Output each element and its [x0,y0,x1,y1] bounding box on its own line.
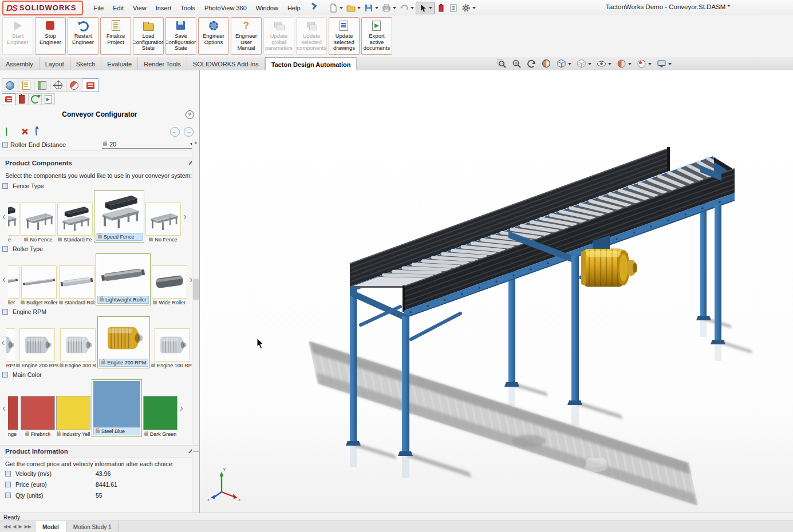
option-lightweight-roller-selected[interactable]: Lightweight Roller [96,253,151,305]
menu-edit[interactable]: Edit [108,2,128,14]
menu-tools[interactable]: Tools [176,2,200,14]
options-button[interactable] [460,2,478,14]
new-document-button[interactable] [327,2,345,14]
option-no-fence-2[interactable]: No Fence [145,203,181,243]
option-roller-partial[interactable]: ller [8,265,19,305]
stop-engineer-button[interactable]: Stop Engineer [35,17,66,55]
tab-motion-study-1[interactable]: Motion Study 1 [66,521,119,532]
product-information-header[interactable]: Product Information [0,445,199,458]
roller-end-distance-dropdown[interactable]: 20 [102,141,195,149]
option-steel-blue-selected[interactable]: Steel Blue [92,379,142,437]
tab-tacton-design-automation[interactable]: Tacton Design Automation [265,57,357,70]
option-engine-partial[interactable]: RPM [6,328,15,368]
tab-render-tools[interactable]: Render Tools [138,57,187,70]
graphics-area[interactable]: y x z [200,70,793,513]
3d-conveyor-model[interactable]: y x z [200,70,793,513]
zoom-to-area-button[interactable] [511,58,523,69]
scrollbar-thumb[interactable] [193,279,199,300]
export-active-documents-button[interactable]: Export active documents [361,17,392,55]
option-wide-roller[interactable]: Wide Roller [152,265,187,305]
tab-assembly[interactable]: Assembly [0,57,40,70]
option-dark-green[interactable]: Dark Green [143,396,177,437]
tacton-export-tab[interactable] [42,93,55,105]
restart-engineer-button[interactable]: Restart Engineer [68,17,98,55]
tab-solidworks-add-ins[interactable]: SOLIDWORKS Add-Ins [187,57,265,70]
carousel-left-arrow[interactable]: ‹ [1,336,6,348]
tab-scroll-next[interactable]: ▶ [18,524,22,529]
menu-window[interactable]: Window [251,2,283,14]
option-budget-roller[interactable]: Budget Roller [21,265,58,305]
view-orientation-button[interactable] [555,58,573,69]
undo-button[interactable] [398,2,416,14]
select-tool-button[interactable] [416,2,435,14]
forward-button[interactable]: → [184,127,194,137]
tacton-configurator-tab[interactable] [2,93,15,105]
engineer-user-manual-button[interactable]: ? Engineer User Manual [231,17,262,55]
featuremanager-tab[interactable] [2,78,18,92]
carousel-left-arrow[interactable]: ‹ [1,211,7,223]
back-button[interactable]: ← [170,127,180,137]
propertymanager-tab[interactable] [18,78,34,92]
configurationmanager-tab[interactable] [34,78,50,92]
option-engine-200[interactable]: Engine 200 RPM [16,328,58,368]
print-button[interactable] [380,2,398,14]
carousel-left-arrow[interactable]: ‹ [1,273,7,285]
menu-help[interactable]: Help [283,2,305,14]
help-icon[interactable]: ? [186,110,194,119]
previous-view-button[interactable] [526,58,538,69]
menu-photoview[interactable]: PhotoView 360 [200,2,251,14]
section-view-button[interactable] [540,58,553,69]
menu-file[interactable]: File [89,2,108,14]
menu-view[interactable]: View [128,2,151,14]
undo-button-panel[interactable] [35,128,44,136]
edit-appearance-button[interactable] [616,58,633,69]
display-style-button[interactable] [575,58,593,69]
menu-insert[interactable]: Insert [151,2,176,14]
tacton-manager-tab[interactable] [82,78,98,92]
option-standard-roller[interactable]: Standard Rol [59,265,95,305]
option-no-fence[interactable]: No Fence [21,203,56,243]
scroll-up-arrow[interactable]: ▲ [192,139,199,146]
dimxpertmanager-tab[interactable] [50,78,66,92]
battery-status-button[interactable] [435,2,447,14]
load-configuration-state-button[interactable]: Load Configuration State [133,17,164,55]
tacton-battery-tab[interactable] [15,93,29,105]
finalize-project-button[interactable]: Finalize Project [100,17,131,55]
hide-show-items-button[interactable] [595,58,613,69]
option-firebrick[interactable]: Firebrick [21,396,55,437]
cancel-button[interactable] [21,128,29,136]
tab-scroll-last[interactable]: ▶▶ [24,524,32,529]
tab-sketch[interactable]: Sketch [70,57,102,70]
option-engine-700-selected[interactable]: Engine 700 RPM [97,316,150,368]
apply-scene-button[interactable] [636,58,653,69]
option-industry-yellow[interactable]: Industry Yell [56,396,90,437]
update-selected-drawings-button[interactable]: Update selected drawings [329,17,360,55]
tab-layout[interactable]: Layout [40,57,70,70]
carousel-left-arrow[interactable]: ‹ [1,402,7,414]
zoom-to-fit-button[interactable] [496,58,508,69]
tab-model[interactable]: Model [35,521,66,532]
panel-scrollbar[interactable]: ▲ [192,139,199,513]
view-settings-button[interactable] [656,58,673,69]
save-configuration-state-button[interactable]: Save Configuration State [165,17,196,55]
displaymanager-tab[interactable] [66,78,82,92]
engineer-options-button[interactable]: Engineer Options [198,17,229,55]
save-button[interactable] [362,2,380,14]
tab-evaluate[interactable]: Evaluate [101,57,138,70]
option-standard-fence[interactable]: Standard Fe [57,203,93,243]
tab-scroll-first[interactable]: ◀◀ [3,524,11,529]
option-engine-300[interactable]: Engine 300 R [60,328,97,368]
product-components-header[interactable]: Product Components [0,157,199,169]
apply-button[interactable] [6,128,14,136]
document-properties-button[interactable] [447,2,460,14]
tacton-refresh-tab[interactable] [29,93,42,105]
option-fence-partial[interactable]: e [8,203,19,243]
tab-scroll-prev[interactable]: ◀ [12,524,17,529]
carousel-right-arrow[interactable]: › [178,402,185,414]
option-speed-fence-selected[interactable]: Speed Fence [94,190,144,243]
open-button[interactable] [345,2,362,14]
carousel-right-arrow[interactable]: › [182,211,188,223]
option-color-partial[interactable]: nge [8,396,19,437]
pin-icon[interactable] [310,3,319,13]
option-engine-100[interactable]: Engine 100 RPM [151,328,194,368]
